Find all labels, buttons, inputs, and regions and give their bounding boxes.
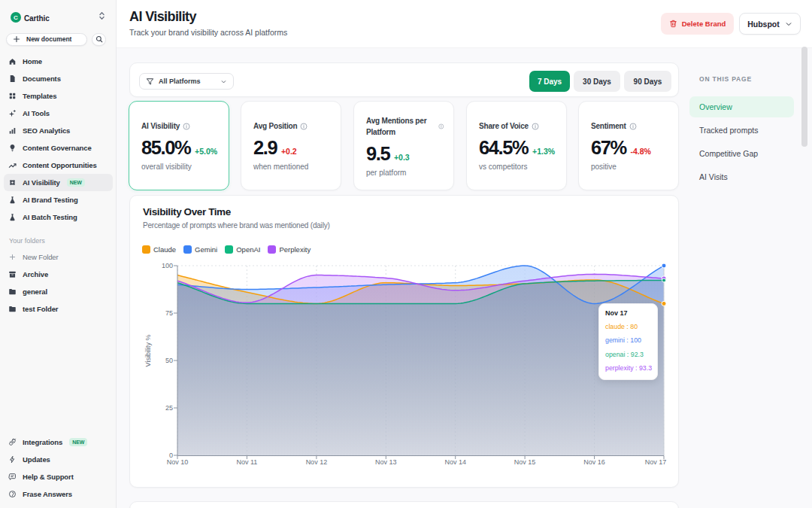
svg-text:Nov 12: Nov 12 (306, 458, 328, 466)
svg-text:50: 50 (165, 357, 173, 364)
svg-text:Nov 11: Nov 11 (236, 458, 257, 466)
svg-text:Nov 13: Nov 13 (375, 458, 397, 466)
svg-text:Nov 14: Nov 14 (444, 458, 466, 466)
svg-text:Nov 10: Nov 10 (167, 458, 189, 466)
svg-text:25: 25 (165, 404, 173, 412)
svg-text:Nov 17: Nov 17 (645, 458, 667, 466)
svg-text:75: 75 (165, 309, 173, 317)
svg-text:Nov 15: Nov 15 (514, 458, 536, 466)
svg-text:Nov 16: Nov 16 (583, 458, 605, 466)
svg-text:100: 100 (162, 262, 173, 269)
svg-text:Visibility %: Visibility % (144, 335, 152, 367)
